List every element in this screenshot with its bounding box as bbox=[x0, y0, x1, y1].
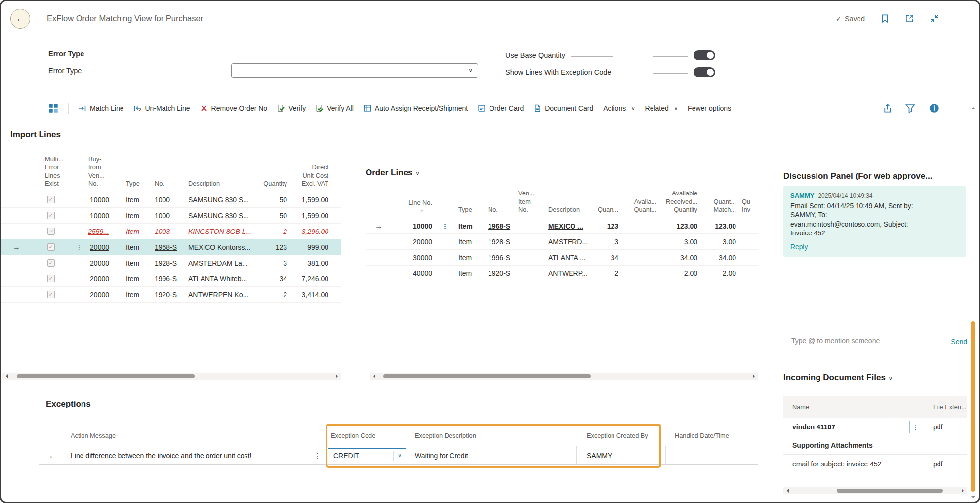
import-line-row-error[interactable]: 2559... Item 1003 KINGSTON 8GB L... 2 3,… bbox=[1, 224, 341, 239]
column-header-quantity-invoiced[interactable]: Qu Inv bbox=[740, 198, 758, 214]
column-header-exception-code[interactable]: Exception Code bbox=[325, 432, 409, 440]
order-lines-hscrollbar[interactable] bbox=[370, 373, 758, 380]
column-header-direct-unit-cost[interactable]: Direct Unit Cost Excl. VAT bbox=[293, 163, 341, 188]
column-header-type[interactable]: Type bbox=[111, 180, 150, 188]
column-header-quantity-match[interactable]: Quant... Match... bbox=[700, 198, 740, 214]
order-line-row[interactable]: 40000 Item 1920-S ANTWERP... 2 2.00 2.00 bbox=[366, 266, 758, 281]
action-message-link[interactable]: Line difference between the invoice and … bbox=[71, 452, 251, 460]
file-group-row: Supporting Attachments bbox=[783, 436, 967, 455]
exception-row[interactable]: → Line difference between the invoice an… bbox=[39, 446, 758, 465]
mention-row: Send bbox=[783, 332, 967, 347]
verify-all-button[interactable]: Verify All bbox=[316, 104, 354, 112]
error-type-select[interactable]: ∨ bbox=[231, 63, 478, 78]
scroll-down-arrow[interactable] bbox=[971, 496, 975, 500]
row-menu-icon[interactable]: ⋮ bbox=[76, 243, 82, 251]
row-menu-icon[interactable]: ⋮ bbox=[439, 220, 451, 232]
reply-link[interactable]: Reply bbox=[790, 243, 959, 251]
exception-code-combobox[interactable]: CREDIT ∨ bbox=[328, 448, 406, 463]
import-lines-header: Multi... Error Lines Exist Buy- from Ven… bbox=[1, 150, 341, 192]
row-menu-icon[interactable]: ⋮ bbox=[314, 452, 321, 460]
exception-created-by-link[interactable]: SAMMY bbox=[587, 452, 612, 460]
column-header-line-no[interactable]: Line No. ↑ bbox=[392, 199, 436, 214]
document-card-button[interactable]: Document Card bbox=[533, 104, 593, 112]
scrollbar-thumb[interactable] bbox=[383, 374, 591, 378]
import-lines-title: Import Lines bbox=[10, 130, 61, 140]
bookmark-icon[interactable] bbox=[880, 14, 890, 24]
column-header-no[interactable]: No. bbox=[483, 206, 515, 214]
related-menu[interactable]: Related ∨ bbox=[645, 104, 678, 112]
mention-input[interactable] bbox=[791, 334, 944, 347]
match-line-button[interactable]: Match Line bbox=[79, 104, 123, 112]
scroll-left-arrow[interactable] bbox=[785, 489, 789, 493]
import-line-row[interactable]: 20000 Item 1928-S AMSTERDAM La... 3 381.… bbox=[1, 255, 341, 271]
column-header-file-extension[interactable]: File Exten... bbox=[927, 396, 967, 418]
share-icon[interactable] bbox=[882, 103, 892, 113]
file-row[interactable]: email for subject: invoice 452 pdf bbox=[783, 455, 967, 473]
column-header-available-quantity[interactable]: Availa... Quant... bbox=[621, 198, 658, 214]
remove-order-no-button[interactable]: Remove Order No bbox=[200, 104, 268, 112]
auto-assign-receipt-shipment-button[interactable]: Auto Assign Receipt/Shipment bbox=[364, 104, 468, 112]
files-hscrollbar[interactable] bbox=[783, 487, 967, 494]
column-header-available-received-quantity[interactable]: Available Received... Quantity bbox=[658, 190, 700, 214]
collapse-icon[interactable] bbox=[929, 14, 939, 24]
scroll-up-arrow[interactable] bbox=[971, 105, 975, 109]
exceptions-header: Action Message Exception Code Exception … bbox=[39, 432, 758, 440]
scroll-left-arrow[interactable] bbox=[371, 374, 375, 378]
column-header-action-message[interactable]: Action Message bbox=[61, 432, 310, 440]
checkbox-checked bbox=[47, 196, 55, 203]
use-base-quantity-toggle[interactable] bbox=[694, 50, 715, 60]
back-button[interactable]: ← bbox=[10, 9, 30, 29]
import-line-row[interactable]: 10000 Item 1000 SAMSUNG 830 S... 50 1,59… bbox=[1, 208, 341, 224]
scroll-right-arrow[interactable] bbox=[753, 374, 757, 378]
order-card-button[interactable]: Order Card bbox=[478, 104, 524, 112]
scrollbar-thumb[interactable] bbox=[17, 374, 195, 378]
column-header-exception-description[interactable]: Exception Description bbox=[409, 432, 577, 440]
fewer-options-button[interactable]: Fewer options bbox=[688, 104, 731, 112]
page-vscrollbar[interactable] bbox=[970, 105, 976, 500]
unmatch-line-button[interactable]: Un-Match Line bbox=[133, 104, 190, 112]
remove-x-icon bbox=[200, 104, 208, 112]
verify-button[interactable]: Verify bbox=[277, 104, 306, 112]
import-line-row[interactable]: 20000 Item 1920-S ANTWERPEN Ko... 2 3,41… bbox=[1, 287, 341, 303]
column-header-multi-error-lines-exist[interactable]: Multi... Error Lines Exist bbox=[31, 155, 71, 189]
file-row[interactable]: vinden 41107 ⋮ pdf bbox=[783, 418, 967, 436]
order-line-row[interactable]: 30000 Item 1996-S ATLANTA ... 34 34.00 3… bbox=[366, 250, 758, 266]
column-header-quantity[interactable]: Quantity bbox=[258, 180, 293, 188]
order-line-row[interactable]: 20000 Item 1928-S AMSTERD... 3 3.00 3.00 bbox=[366, 234, 758, 250]
message-timestamp: 2025/04/14 10:49:34 bbox=[818, 193, 872, 199]
filter-icon[interactable] bbox=[905, 103, 915, 113]
column-header-buy-from-vendor-no[interactable]: Buy- from Ven... No. bbox=[87, 155, 111, 189]
column-header-exception-created-by[interactable]: Exception Created By bbox=[577, 432, 666, 440]
import-line-row[interactable]: 20000 Item 1996-S ATLANTA Whiteb... 34 7… bbox=[1, 271, 341, 287]
import-line-row[interactable]: 10000 Item 1000 SAMSUNG 830 S... 50 1,59… bbox=[1, 192, 341, 208]
scroll-left-arrow[interactable] bbox=[4, 374, 8, 378]
column-header-handled-datetime[interactable]: Handled Date/Time bbox=[666, 432, 758, 440]
verify-icon bbox=[277, 104, 285, 112]
column-header-description[interactable]: Description bbox=[542, 206, 594, 214]
scrollbar-thumb[interactable] bbox=[971, 321, 975, 492]
column-header-vendor-item-no[interactable]: Ven... Item No. bbox=[515, 190, 542, 214]
chevron-down-icon: ∨ bbox=[674, 106, 678, 111]
info-icon[interactable] bbox=[929, 103, 939, 113]
show-lines-exception-toggle[interactable] bbox=[694, 67, 715, 77]
file-name-link[interactable]: vinden 41107 bbox=[792, 423, 835, 431]
column-header-type[interactable]: Type bbox=[453, 206, 483, 214]
toolbar-divider bbox=[68, 103, 69, 114]
import-line-row-selected[interactable]: → ⋮ 20000 Item 1968-S MEXICO Kontorss...… bbox=[1, 239, 341, 255]
scroll-right-arrow[interactable] bbox=[962, 489, 966, 493]
incoming-document-files-title[interactable]: Incoming Document Files∨ bbox=[783, 373, 971, 383]
column-header-description[interactable]: Description bbox=[182, 180, 258, 188]
actions-menu[interactable]: Actions ∨ bbox=[603, 104, 635, 112]
open-in-new-window-icon[interactable] bbox=[904, 14, 914, 24]
row-menu-icon[interactable]: ⋮ bbox=[909, 421, 922, 433]
column-header-quantity[interactable]: Quan... bbox=[594, 206, 621, 214]
column-header-name[interactable]: Name bbox=[783, 403, 904, 411]
import-lines-hscrollbar[interactable] bbox=[2, 373, 341, 380]
order-line-row-selected[interactable]: → 10000 ⋮ Item 1968-S MEXICO ... 123 123… bbox=[366, 218, 758, 234]
column-header-no[interactable]: No. bbox=[150, 180, 182, 188]
scrollbar-thumb[interactable] bbox=[837, 489, 943, 493]
order-lines-title[interactable]: Order Lines∨ bbox=[366, 168, 419, 178]
send-button[interactable]: Send bbox=[951, 338, 967, 347]
scroll-right-arrow[interactable] bbox=[336, 374, 340, 378]
show-as-grid-icon[interactable] bbox=[48, 103, 58, 113]
